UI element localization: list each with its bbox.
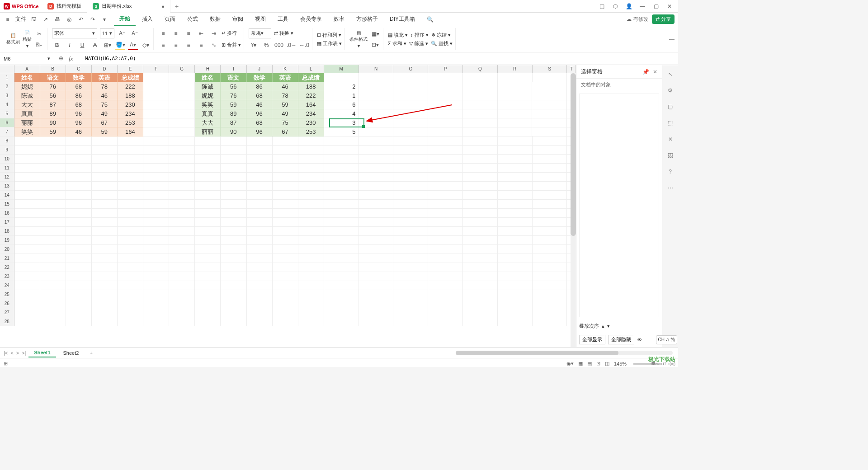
cell[interactable]: 1 (324, 91, 359, 100)
convert-button[interactable]: ⇄转换▾ (274, 30, 293, 37)
cell[interactable]: 234 (298, 109, 324, 118)
tab-efficiency[interactable]: 效率 (328, 13, 350, 26)
cell[interactable] (247, 155, 273, 164)
cell[interactable] (498, 227, 533, 236)
cell[interactable]: 67 (92, 118, 118, 127)
cell[interactable] (428, 236, 463, 245)
cell[interactable] (463, 227, 498, 236)
user-avatar-icon[interactable]: 👤 (625, 2, 633, 10)
cell[interactable] (247, 254, 273, 263)
cell[interactable] (40, 164, 66, 173)
col-header[interactable]: E (118, 65, 143, 73)
cell[interactable] (463, 173, 498, 182)
cell[interactable] (393, 308, 428, 317)
cell[interactable] (221, 146, 246, 155)
cell[interactable] (463, 91, 498, 100)
cell[interactable] (463, 109, 498, 118)
row-header[interactable]: 6 (0, 118, 14, 127)
font-color-icon[interactable]: A▾ (128, 40, 138, 50)
cell[interactable] (393, 146, 428, 155)
cell[interactable] (66, 227, 92, 236)
cell[interactable] (221, 308, 246, 317)
row-header[interactable]: 8 (0, 136, 14, 146)
worksheet-button[interactable]: ▦工作表▾ (317, 40, 342, 47)
cell[interactable] (195, 155, 221, 164)
cell[interactable] (428, 218, 463, 227)
cell[interactable] (14, 173, 40, 182)
sheet-grid[interactable]: A B C D E F G H I J K L M N O P Q R S T … (0, 65, 576, 347)
cell[interactable] (463, 182, 498, 191)
cell[interactable] (143, 218, 169, 227)
cell[interactable] (463, 299, 498, 308)
dropdown-icon[interactable]: ▾ (100, 15, 108, 24)
cell[interactable] (298, 209, 324, 218)
cell[interactable] (298, 254, 324, 263)
cell[interactable]: 陈诚 (14, 91, 40, 100)
cell[interactable]: 丽丽 (195, 127, 221, 136)
cell[interactable] (298, 173, 324, 182)
cell[interactable] (273, 136, 298, 146)
cell[interactable] (118, 254, 143, 263)
col-header[interactable]: P (428, 65, 463, 73)
cell[interactable] (533, 317, 567, 326)
cell[interactable] (118, 317, 143, 326)
cell[interactable] (428, 118, 463, 127)
cell[interactable] (359, 82, 394, 91)
cell[interactable] (498, 191, 533, 200)
col-header[interactable]: J (247, 65, 273, 73)
row-header[interactable]: 10 (0, 155, 14, 164)
cell[interactable] (273, 155, 298, 164)
cut-icon[interactable]: ✂ (34, 29, 44, 39)
cell[interactable] (463, 200, 498, 209)
cell[interactable] (118, 136, 143, 146)
percent-icon[interactable]: % (261, 40, 271, 50)
cell[interactable] (195, 290, 221, 299)
cell[interactable] (273, 173, 298, 182)
row-header[interactable]: 16 (0, 209, 14, 218)
cell[interactable] (359, 109, 394, 118)
cell[interactable] (14, 254, 40, 263)
tab-insert[interactable]: 插入 (137, 13, 158, 26)
cell[interactable] (428, 100, 463, 109)
cell[interactable] (195, 245, 221, 254)
col-header[interactable]: B (40, 65, 66, 73)
cursor-icon[interactable]: ↖ (666, 70, 675, 79)
select-all-corner[interactable] (0, 65, 14, 73)
paste-button[interactable]: 📄粘贴▾ (23, 30, 32, 48)
cell[interactable] (247, 263, 273, 272)
col-header[interactable]: G (169, 65, 195, 73)
cell[interactable] (118, 263, 143, 272)
cell[interactable] (92, 182, 118, 191)
cell[interactable] (298, 290, 324, 299)
cell[interactable]: 76 (40, 82, 66, 91)
cell[interactable]: 89 (221, 109, 246, 118)
cell[interactable] (92, 299, 118, 308)
formula-input[interactable] (79, 56, 678, 61)
preview-icon[interactable]: ◎ (65, 15, 73, 24)
align-top-icon[interactable]: ≡ (158, 28, 168, 38)
cell[interactable] (92, 317, 118, 326)
prev-sheet-icon[interactable]: < (9, 350, 14, 356)
cell[interactable] (247, 272, 273, 281)
cell[interactable]: 59 (92, 127, 118, 136)
cell[interactable] (498, 109, 533, 118)
cell[interactable] (247, 146, 273, 155)
cell[interactable] (393, 272, 428, 281)
cell[interactable] (393, 109, 428, 118)
redo-icon[interactable]: ↷ (89, 15, 97, 24)
cell[interactable] (498, 182, 533, 191)
cell[interactable] (324, 146, 359, 155)
cell[interactable] (463, 236, 498, 245)
freeze-button[interactable]: ❄冻结▾ (431, 32, 451, 38)
cell[interactable] (66, 146, 92, 155)
cell[interactable] (169, 218, 195, 227)
cell[interactable] (324, 73, 359, 82)
col-header[interactable]: R (498, 65, 533, 73)
cell[interactable] (324, 136, 359, 146)
cell[interactable] (66, 218, 92, 227)
cell[interactable] (533, 281, 567, 290)
cell[interactable] (463, 317, 498, 326)
pin-icon[interactable]: 📌 (642, 69, 649, 75)
cell[interactable]: 222 (118, 82, 143, 91)
cell[interactable] (247, 136, 273, 146)
